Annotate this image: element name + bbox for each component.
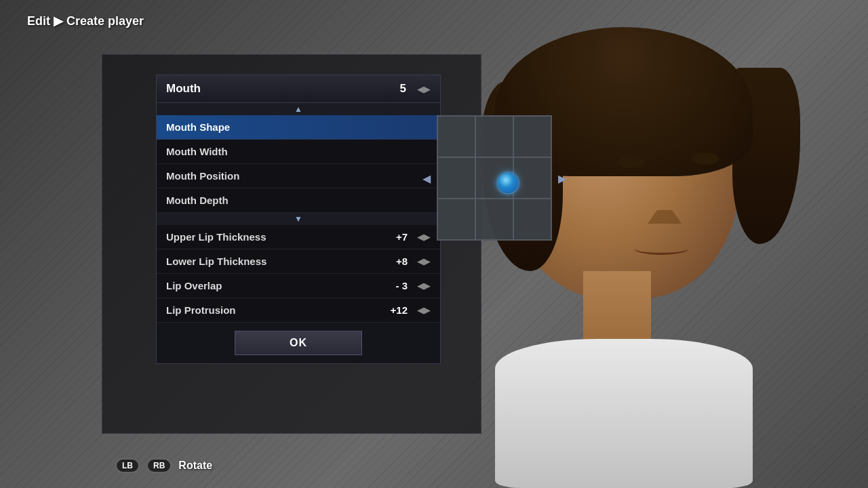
lip-protrusion-arrow-icon[interactable]: ◀▶ [417, 305, 431, 315]
menu-panel: Mouth 5 ◀▶ Mouth Shape ◀ ▶ [156, 75, 441, 364]
char-mouth [634, 243, 688, 255]
lip-overlap-arrow-icon[interactable]: ◀▶ [417, 281, 431, 291]
mouth-shape-grid[interactable]: ◀ ▶ [437, 115, 552, 241]
lower-lip-value: +8 [396, 256, 408, 267]
lip-protrusion-value: +12 [391, 304, 408, 316]
mouth-depth-label: Mouth Depth [166, 195, 229, 206]
menu-item-mouth-width[interactable]: Mouth Width [157, 140, 440, 164]
grid-left-arrow-icon[interactable]: ◀ [422, 171, 431, 184]
mouth-width-label: Mouth Width [166, 146, 228, 157]
ok-button-row: OK [157, 323, 440, 363]
grid-cell-2[interactable] [513, 116, 551, 157]
menu-header: Mouth 5 ◀▶ [157, 75, 440, 103]
breadcrumb: Edit ▶ Create player [27, 14, 144, 28]
lower-lip-arrow-icon[interactable]: ◀▶ [417, 256, 431, 266]
grid-cell-7[interactable] [475, 199, 513, 240]
grid-inner [437, 116, 551, 240]
menu-title: Mouth [166, 82, 201, 96]
lip-overlap-value: - 3 [395, 280, 408, 291]
mouth-arrow-icon[interactable]: ◀▶ [417, 84, 431, 94]
menu-item-mouth-depth[interactable]: Mouth Depth [157, 188, 440, 213]
grid-position-dot [498, 173, 518, 193]
menu-header-right: 5 ◀▶ [400, 82, 431, 96]
menu-item-upper-lip-thickness[interactable]: Upper Lip Thickness +7 ◀▶ [157, 225, 440, 249]
lip-protrusion-right: +12 ◀▶ [391, 304, 431, 316]
grid-cell-8[interactable] [513, 199, 551, 240]
grid-cell-5[interactable] [513, 157, 551, 199]
menu-item-lip-protrusion[interactable]: Lip Protrusion +12 ◀▶ [157, 298, 440, 323]
mouth-value: 5 [400, 82, 406, 96]
upper-lip-right: +7 ◀▶ [396, 231, 431, 243]
lb-badge: LB [115, 458, 140, 473]
upper-lip-arrow-icon[interactable]: ◀▶ [417, 232, 431, 242]
char-nose [648, 197, 682, 224]
grid-cell-0[interactable] [437, 116, 475, 157]
mouth-position-label: Mouth Position [166, 170, 239, 182]
lip-protrusion-label: Lip Protrusion [166, 304, 236, 316]
ok-button[interactable]: OK [235, 331, 362, 355]
lower-lip-thickness-label: Lower Lip Thickness [166, 256, 267, 267]
menu-item-lip-overlap[interactable]: Lip Overlap - 3 ◀▶ [157, 274, 440, 298]
menu-item-mouth-shape[interactable]: Mouth Shape ◀ ▶ [157, 115, 440, 140]
char-eye-left [617, 156, 644, 168]
menu-item-lower-lip-thickness[interactable]: Lower Lip Thickness +8 ◀▶ [157, 249, 440, 274]
up-arrow-row[interactable] [157, 103, 440, 115]
grid-right-arrow-icon[interactable]: ▶ [558, 171, 566, 184]
character-portrait [454, 27, 834, 468]
lip-overlap-right: - 3 ◀▶ [395, 280, 431, 291]
char-eye-right [692, 152, 719, 165]
bottom-hud: LB RB Rotate [115, 458, 212, 473]
lower-lip-right: +8 ◀▶ [396, 256, 431, 267]
rb-badge: RB [146, 458, 172, 473]
rotate-label: Rotate [178, 460, 212, 472]
grid-cell-3[interactable] [437, 157, 475, 199]
upper-lip-value: +7 [396, 231, 408, 243]
down-arrow-row[interactable] [157, 213, 440, 225]
mouth-shape-label: Mouth Shape [166, 121, 230, 133]
char-body [495, 339, 753, 488]
grid-cell-1[interactable] [475, 116, 513, 157]
menu-item-mouth-position[interactable]: Mouth Position [157, 164, 440, 188]
grid-cell-6[interactable] [437, 199, 475, 240]
lip-overlap-label: Lip Overlap [166, 280, 222, 291]
upper-lip-thickness-label: Upper Lip Thickness [166, 231, 267, 243]
